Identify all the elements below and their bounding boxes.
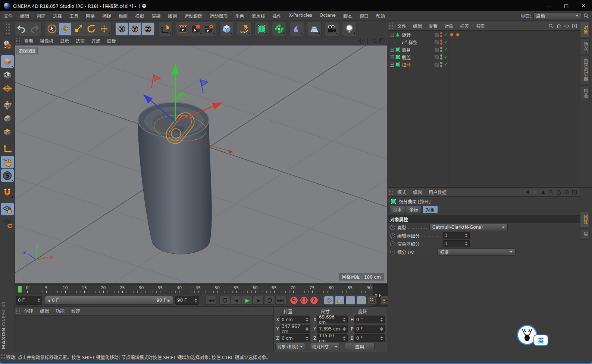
render-view-button[interactable]	[177, 23, 189, 35]
viewport-pan-icon[interactable]	[358, 38, 363, 44]
next-frame-button[interactable]: |▶	[253, 296, 264, 305]
move-tool-button[interactable]	[59, 23, 71, 35]
attribute-manager-menu-item[interactable]: 编辑	[410, 189, 425, 195]
autokey-button[interactable]: ( )	[299, 296, 308, 305]
viewport-menu-item[interactable]: 显示	[57, 38, 72, 44]
property-dropdown[interactable]: Catmull-Clark(N-Gons)	[429, 224, 508, 231]
home-icon[interactable]	[556, 23, 561, 29]
coordinate-field[interactable]: 0 °	[354, 316, 385, 323]
object-manager-menu-item[interactable]: 文件	[394, 23, 410, 29]
attribute-manager-menu-item[interactable]: 用户数据	[425, 189, 450, 195]
spinner-arrows[interactable]	[306, 327, 308, 331]
material-manager-grip[interactable]	[16, 308, 20, 314]
axis-lock-z-button[interactable]: Z	[142, 23, 154, 35]
play-forward-loop-button[interactable]	[264, 296, 275, 305]
coordinate-field[interactable]: 7.395 cm	[317, 325, 348, 333]
viewport-menu-item[interactable]: 查看	[21, 38, 37, 44]
attribute-tab[interactable]: 坐标	[406, 206, 422, 213]
previous-frame-button[interactable]: ◀|	[231, 296, 241, 305]
menubar-item[interactable]: 插件	[269, 13, 285, 19]
viewport-menu-grip[interactable]	[16, 38, 20, 44]
light-button[interactable]	[343, 23, 355, 35]
model-mode-button[interactable]	[1, 55, 14, 68]
live-selection-button[interactable]	[46, 23, 58, 35]
menubar-item[interactable]: X-Particles	[285, 13, 316, 19]
render-visibility-dot[interactable]	[440, 50, 442, 52]
range-right-arrow-icon[interactable]: ▶	[167, 298, 170, 303]
menubar-item[interactable]: 流水线	[248, 13, 269, 19]
animation-radio[interactable]	[390, 225, 395, 230]
interface-dropdown[interactable]: 启动	[533, 12, 581, 19]
keyframe-selection-button[interactable]: ?	[309, 296, 319, 305]
menubar-item[interactable]: 脚本	[339, 13, 356, 19]
spinner-arrows[interactable]	[343, 336, 346, 340]
texture-mode-button[interactable]	[1, 69, 14, 81]
maximize-button[interactable]: □	[558, 0, 575, 11]
history-back-icon[interactable]	[525, 190, 530, 195]
toolbar-grip[interactable]	[6, 22, 10, 35]
axis-lock-x-button[interactable]: X	[116, 23, 128, 35]
render-settings-button[interactable]	[203, 23, 215, 35]
attribute-manager-menu-item[interactable]: 模式	[394, 189, 410, 195]
material-manager-menu-item[interactable]: 编辑	[37, 308, 52, 314]
layer-swatch[interactable]	[435, 48, 439, 52]
viewport-canvas[interactable]: Y X Z	[15, 45, 387, 283]
attribute-tab[interactable]: 基本	[389, 206, 405, 213]
polygons-mode-button[interactable]	[1, 126, 14, 138]
menubar-item[interactable]: 文件	[0, 13, 16, 19]
animation-radio[interactable]	[390, 233, 395, 238]
parent-up-icon[interactable]	[541, 190, 546, 195]
section-header[interactable]: 对象属性	[388, 215, 580, 223]
menubar-item[interactable]: 动画	[115, 13, 131, 19]
layer-swatch[interactable]	[435, 63, 439, 67]
menubar-item[interactable]: 窗口	[356, 13, 372, 19]
menubar-item[interactable]: 网格	[82, 13, 98, 19]
tree-expander[interactable]: +	[390, 48, 394, 52]
target-icon[interactable]	[564, 190, 569, 195]
key-pla-toggle[interactable]	[368, 296, 377, 305]
position-mode-dropdown[interactable]: 对象 (相对)	[275, 343, 305, 350]
history-forward-icon[interactable]	[533, 190, 538, 195]
object-row[interactable]: +瓶盖✓	[388, 53, 580, 61]
spinner-arrows[interactable]	[465, 242, 468, 246]
key-parameter-toggle[interactable]: P	[356, 296, 366, 305]
menubar-item[interactable]: 工具	[66, 13, 82, 19]
apply-button[interactable]: 应用	[345, 343, 375, 350]
coordinate-field[interactable]: 69.696 cm	[317, 316, 348, 323]
tree-expander[interactable]: +	[390, 55, 394, 59]
object-name[interactable]: 样条	[408, 39, 417, 45]
viewport-menu-item[interactable]: 选项	[72, 38, 88, 44]
search-icon[interactable]	[548, 23, 554, 29]
expand-panel-icon[interactable]	[572, 190, 577, 195]
deformers-button[interactable]	[291, 23, 303, 35]
spinner-arrows[interactable]	[343, 327, 346, 331]
object-name[interactable]: 旋转	[402, 32, 411, 38]
snap-button[interactable]	[1, 186, 14, 199]
tree-expander[interactable]: −	[390, 33, 394, 37]
expand-panel-icon[interactable]	[572, 23, 577, 29]
menubar-item[interactable]: 捕捉	[98, 13, 115, 19]
panel-tab[interactable]: 内容浏览器	[580, 55, 590, 84]
coordinate-field[interactable]: 0 cm	[280, 316, 310, 323]
spinner-arrows[interactable]	[343, 318, 346, 322]
editor-visibility-dot[interactable]	[440, 54, 442, 57]
search-icon[interactable]	[548, 190, 554, 195]
viewport-menu-item[interactable]: 过滤	[88, 38, 104, 44]
render-visibility-dot[interactable]	[440, 35, 442, 37]
object-name[interactable]: 拉环	[402, 61, 411, 68]
object-manager-menu-item[interactable]: 对象	[441, 23, 457, 29]
goto-end-button[interactable]: ▶▶|	[275, 296, 286, 305]
animation-radio[interactable]	[390, 241, 395, 246]
goto-start-button[interactable]: |◀◀	[205, 296, 216, 305]
object-row[interactable]: +瓶身✓	[388, 46, 580, 53]
lock-icon[interactable]	[556, 190, 561, 195]
attribute-tab[interactable]: 对象	[422, 206, 438, 213]
editor-visibility-dot[interactable]	[440, 47, 442, 49]
axis-lock-y-button[interactable]: Y	[129, 23, 141, 35]
spinner-arrows[interactable]	[465, 234, 468, 237]
camera-button[interactable]	[326, 23, 338, 35]
spinner-arrows[interactable]	[306, 336, 308, 340]
scale-tool-button[interactable]	[72, 23, 84, 35]
current-frame-marker[interactable]	[18, 286, 22, 293]
viewport-solo-button[interactable]: S	[1, 169, 14, 182]
